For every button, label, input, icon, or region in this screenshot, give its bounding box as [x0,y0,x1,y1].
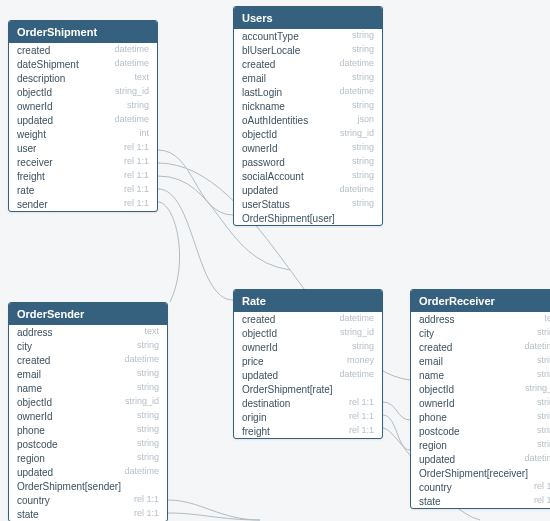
field-row[interactable]: staterel 1:1 [9,507,167,521]
field-type: string [131,341,159,351]
field-row[interactable]: createddatetime [9,353,167,367]
field-row[interactable]: lastLogindatetime [234,85,382,99]
field-row[interactable]: ownerIdstring [234,141,382,155]
field-row[interactable]: countryrel 1:1 [411,480,550,494]
field-row[interactable]: addresstext [411,312,550,326]
field-row[interactable]: dateShipmentdatetime [9,57,157,71]
field-row[interactable]: postcodestring [411,424,550,438]
field-name: objectId [17,87,52,98]
field-type: string [346,143,374,153]
field-row[interactable]: userrel 1:1 [9,141,157,155]
field-type: rel 1:1 [528,496,550,506]
field-row[interactable]: objectIdstring_id [234,127,382,141]
field-row[interactable]: updateddatetime [234,368,382,382]
field-type: string [121,101,149,111]
field-name: postcode [419,426,460,437]
field-row[interactable]: phonestring [411,410,550,424]
er-canvas[interactable]: OrderShipmentcreateddatetimedateShipment… [0,0,550,521]
field-row[interactable]: descriptiontext [9,71,157,85]
field-row[interactable]: objectIdstring_id [411,382,550,396]
field-row[interactable]: objectIdstring_id [9,395,167,409]
field-row[interactable]: OrderShipment[rate] [234,382,382,396]
field-name: password [242,157,285,168]
field-type: string_id [334,328,374,338]
field-row[interactable]: ownerIdstring [9,409,167,423]
field-row[interactable]: phonestring [9,423,167,437]
field-type: text [138,327,159,337]
field-row[interactable]: createddatetime [411,340,550,354]
field-row[interactable]: namestring [9,381,167,395]
field-row[interactable]: updateddatetime [9,465,167,479]
field-row[interactable]: createddatetime [9,43,157,57]
field-type: json [351,115,374,125]
field-name: created [242,59,275,70]
field-row[interactable]: emailstring [234,71,382,85]
field-row[interactable]: blUserLocalestring [234,43,382,57]
field-row[interactable]: pricemoney [234,354,382,368]
field-name: region [17,453,45,464]
entity-header[interactable]: OrderShipment [9,21,157,43]
field-row[interactable]: countryrel 1:1 [9,493,167,507]
field-row[interactable]: weightint [9,127,157,141]
entity-order-receiver[interactable]: OrderReceiveraddresstextcitystringcreate… [410,289,550,509]
field-row[interactable]: createddatetime [234,312,382,326]
field-row[interactable]: userStatusstring [234,197,382,211]
field-row[interactable]: updateddatetime [234,183,382,197]
field-row[interactable]: emailstring [411,354,550,368]
field-name: phone [17,425,45,436]
entity-users[interactable]: UsersaccountTypestringblUserLocalestring… [233,6,383,226]
field-row[interactable]: socialAccountstring [234,169,382,183]
field-row[interactable]: emailstring [9,367,167,381]
field-name: country [419,482,452,493]
field-row[interactable]: destinationrel 1:1 [234,396,382,410]
field-row[interactable]: senderrel 1:1 [9,197,157,211]
field-type: string [346,45,374,55]
field-type: datetime [108,45,149,55]
field-row[interactable]: regionstring [9,451,167,465]
entity-header[interactable]: OrderReceiver [411,290,550,312]
field-row[interactable]: updateddatetime [411,452,550,466]
field-name: user [17,143,36,154]
field-row[interactable]: receiverrel 1:1 [9,155,157,169]
field-row[interactable]: citystring [9,339,167,353]
field-row[interactable]: OrderShipment[user] [234,211,382,225]
field-name: ownerId [419,398,455,409]
field-name: updated [419,454,455,465]
field-row[interactable]: passwordstring [234,155,382,169]
field-row[interactable]: updateddatetime [9,113,157,127]
field-row[interactable]: addresstext [9,325,167,339]
field-row[interactable]: objectIdstring_id [234,326,382,340]
field-type: datetime [108,115,149,125]
field-type: string_id [519,384,550,394]
field-row[interactable]: ownerIdstring [411,396,550,410]
field-row[interactable]: postcodestring [9,437,167,451]
field-row[interactable]: citystring [411,326,550,340]
field-name: ownerId [17,411,53,422]
field-row[interactable]: oAuthIdentitiesjson [234,113,382,127]
field-row[interactable]: regionstring [411,438,550,452]
field-row[interactable]: accountTypestring [234,29,382,43]
field-row[interactable]: nicknamestring [234,99,382,113]
entity-rate[interactable]: RatecreateddatetimeobjectIdstring_idowne… [233,289,383,439]
entity-header[interactable]: Rate [234,290,382,312]
field-row[interactable]: namestring [411,368,550,382]
field-row[interactable]: originrel 1:1 [234,410,382,424]
field-row[interactable]: ownerIdstring [9,99,157,113]
field-row[interactable]: raterel 1:1 [9,183,157,197]
field-row[interactable]: freightrel 1:1 [9,169,157,183]
field-row[interactable]: ownerIdstring [234,340,382,354]
field-row[interactable]: OrderShipment[sender] [9,479,167,493]
field-row[interactable]: objectIdstring_id [9,85,157,99]
field-row[interactable]: freightrel 1:1 [234,424,382,438]
field-type: string [346,199,374,209]
entity-header[interactable]: OrderSender [9,303,167,325]
entity-order-shipment[interactable]: OrderShipmentcreateddatetimedateShipment… [8,20,158,212]
field-type: string [131,439,159,449]
field-row[interactable]: staterel 1:1 [411,494,550,508]
field-name: rate [17,185,34,196]
entity-header[interactable]: Users [234,7,382,29]
entity-order-sender[interactable]: OrderSenderaddresstextcitystringcreatedd… [8,302,168,521]
field-row[interactable]: OrderShipment[receiver] [411,466,550,480]
field-type: rel 1:1 [128,495,159,505]
field-row[interactable]: createddatetime [234,57,382,71]
